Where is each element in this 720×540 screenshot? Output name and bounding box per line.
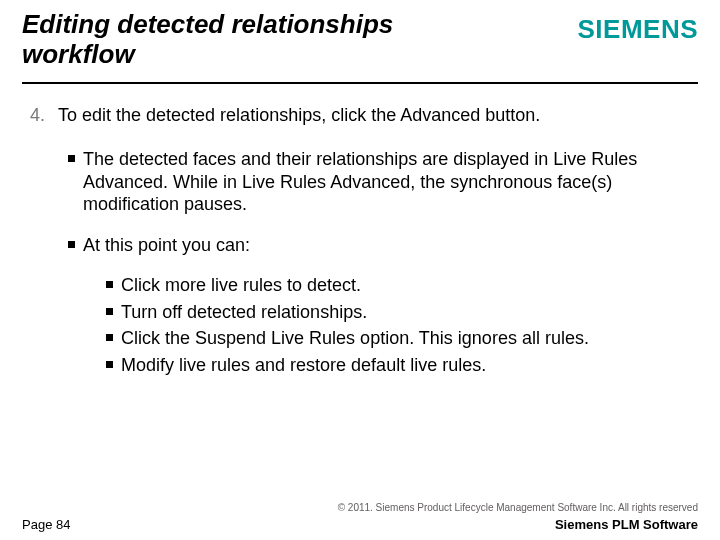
square-bullet-icon xyxy=(106,361,113,368)
square-bullet-icon xyxy=(68,155,75,162)
step-text: To edit the detected relationships, clic… xyxy=(58,104,690,127)
square-bullet-icon xyxy=(106,308,113,315)
slide-content: 4. To edit the detected relationships, c… xyxy=(0,84,720,377)
siemens-logo: SIEMENS xyxy=(577,10,698,45)
square-bullet-icon xyxy=(106,281,113,288)
sub-bullet-item: Turn off detected relationships. xyxy=(106,301,690,324)
footer-brand: Siemens PLM Software xyxy=(555,517,698,532)
square-bullet-icon xyxy=(68,241,75,248)
slide-title: Editing detected relationships workflow xyxy=(22,10,462,70)
bullet-item: At this point you can: xyxy=(68,234,690,257)
bullet-text: Turn off detected relationships. xyxy=(121,301,690,324)
slide-header: Editing detected relationships workflow … xyxy=(0,0,720,82)
slide-footer: © 2011. Siemens Product Lifecycle Manage… xyxy=(0,502,720,532)
bullet-text: At this point you can: xyxy=(83,234,690,257)
sub-bullet-item: Click more live rules to detect. xyxy=(106,274,690,297)
sub-bullet-item: Modify live rules and restore default li… xyxy=(106,354,690,377)
bullet-text: Click more live rules to detect. xyxy=(121,274,690,297)
bullet-text: Click the Suspend Live Rules option. Thi… xyxy=(121,327,690,350)
square-bullet-icon xyxy=(106,334,113,341)
step-number: 4. xyxy=(30,104,58,127)
bullet-text: The detected faces and their relationshi… xyxy=(83,148,690,216)
bullet-item: The detected faces and their relationshi… xyxy=(68,148,690,216)
step-item: 4. To edit the detected relationships, c… xyxy=(30,104,690,127)
sub-bullet-item: Click the Suspend Live Rules option. Thi… xyxy=(106,327,690,350)
bullet-text: Modify live rules and restore default li… xyxy=(121,354,690,377)
copyright-text: © 2011. Siemens Product Lifecycle Manage… xyxy=(22,502,698,513)
page-number: Page 84 xyxy=(22,517,70,532)
